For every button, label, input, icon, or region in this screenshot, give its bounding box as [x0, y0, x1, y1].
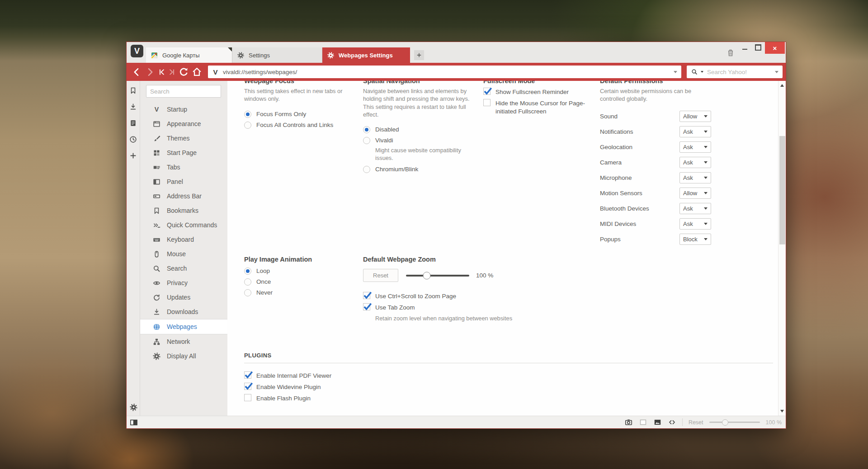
toggle-images-button[interactable]	[653, 418, 662, 427]
sidebar-item-startup[interactable]: V Startup	[140, 102, 227, 117]
radio-option-focus-forms-only[interactable]: Focus Forms Only	[244, 109, 355, 120]
zoom-slider-handle[interactable]	[423, 272, 431, 279]
sidebar-item-display-all[interactable]: Display All	[140, 349, 227, 363]
rewind-button[interactable]	[157, 66, 166, 78]
sidebar-item-privacy[interactable]: Privacy	[140, 276, 227, 290]
fast-forward-button[interactable]	[168, 66, 176, 78]
search-engine-caret-icon[interactable]	[701, 71, 703, 73]
checkbox-use-tab-zoom[interactable]: Use Tab Zoom	[363, 303, 589, 314]
zoom-reset-button[interactable]: Reset	[363, 269, 398, 282]
camera-select[interactable]: Ask	[679, 157, 711, 168]
url-field[interactable]: V vivaldi://settings/webpages/	[208, 66, 681, 78]
sidebar-item-quick-commands[interactable]: Quick Commands	[140, 218, 227, 232]
sidebar-item-bookmarks[interactable]: Bookmarks	[140, 203, 227, 218]
radio-button-icon[interactable]	[244, 111, 251, 118]
new-tab-button[interactable]	[414, 50, 424, 60]
checkbox-icon[interactable]	[244, 383, 251, 390]
history-clock-icon[interactable]	[129, 135, 137, 144]
reload-button[interactable]	[178, 66, 189, 78]
tab-settings[interactable]: Settings	[232, 47, 322, 63]
microphone-select[interactable]: Ask	[679, 172, 711, 183]
close-button[interactable]: ×	[765, 42, 785, 54]
search-field[interactable]: Search Yahoo!	[687, 66, 783, 78]
forward-button[interactable]	[144, 66, 156, 78]
checkbox-hide-the-mouse-cursor-for-page-initiated-fullscreen[interactable]: Hide the Mouse Cursor for Page-initiated…	[483, 98, 596, 115]
checkbox-show-fullscreen-reminder[interactable]: Show Fullscreen Reminder	[483, 87, 596, 98]
checkbox-icon[interactable]	[363, 303, 370, 310]
status-zoom-slider[interactable]	[709, 422, 760, 423]
tile-tabs-button[interactable]	[639, 418, 647, 427]
url-dropdown-caret-icon[interactable]	[674, 71, 677, 73]
sidebar-item-search[interactable]: Search	[140, 261, 227, 276]
radio-option-vivaldi[interactable]: Vivaldi	[363, 135, 477, 146]
sidebar-item-updates[interactable]: Updates	[140, 290, 227, 305]
gear-icon[interactable]	[129, 403, 138, 412]
sound-select[interactable]: Allow	[679, 111, 711, 122]
scrollbar-thumb[interactable]	[779, 136, 785, 244]
checkbox-icon[interactable]	[244, 394, 251, 401]
plus-icon[interactable]	[129, 151, 137, 160]
closed-tabs-trash-button[interactable]	[726, 47, 736, 57]
checkbox-icon[interactable]	[483, 88, 491, 95]
url-text[interactable]: vivaldi://settings/webpages/	[223, 69, 670, 75]
tab-google[interactable]: Google Карты	[146, 47, 232, 63]
radio-option-disabled[interactable]: Disabled	[363, 124, 477, 135]
tab-webpages-settings[interactable]: Webpages Settings	[322, 47, 410, 63]
notifications-select[interactable]: Ask	[679, 126, 711, 137]
sidebar-item-mouse[interactable]: Mouse	[140, 247, 227, 261]
checkbox-enable-widevine-plugin[interactable]: Enable Widevine Plugin	[244, 382, 773, 394]
midi-devices-select[interactable]: Ask	[679, 218, 711, 230]
download-icon[interactable]	[129, 103, 137, 111]
sidebar-item-start-page[interactable]: Start Page	[140, 145, 227, 160]
radio-button-icon[interactable]	[244, 289, 251, 296]
content-scrollbar[interactable]	[778, 81, 786, 416]
sidebar-item-keyboard[interactable]: Keyboard	[140, 232, 227, 247]
sidebar-item-panel[interactable]: Panel	[140, 174, 227, 189]
radio-option-focus-all-controls-and-links[interactable]: Focus All Controls and Links	[244, 120, 355, 131]
checkbox-icon[interactable]	[244, 371, 251, 379]
radio-option-loop[interactable]: Loop	[244, 266, 353, 277]
radio-button-icon[interactable]	[244, 122, 251, 129]
status-zoom-reset-label[interactable]: Reset	[689, 419, 703, 426]
checkbox-icon[interactable]	[363, 292, 370, 299]
sidebar-item-address-bar[interactable]: Address Bar	[140, 189, 227, 203]
checkbox-icon[interactable]	[483, 99, 491, 106]
home-button[interactable]	[191, 66, 203, 78]
checkbox-enable-internal-pdf-viewer[interactable]: Enable Internal PDF Viewer	[244, 371, 773, 382]
page-actions-button[interactable]	[668, 418, 676, 427]
radio-option-never[interactable]: Never	[244, 287, 353, 298]
panel-toggle-button[interactable]	[129, 418, 138, 427]
status-zoom-slider-handle[interactable]	[722, 419, 728, 426]
capture-page-button[interactable]	[624, 418, 633, 427]
bookmark-icon[interactable]	[129, 86, 137, 95]
search-placeholder[interactable]: Search Yahoo!	[707, 69, 772, 75]
radio-button-icon[interactable]	[244, 267, 251, 275]
radio-option-once[interactable]: Once	[244, 277, 353, 287]
geolocation-select[interactable]: Ask	[679, 141, 711, 153]
checkbox-enable-flash-plugin[interactable]: Enable Flash Plugin	[244, 394, 773, 405]
back-button[interactable]	[131, 66, 142, 78]
sidebar-item-appearance[interactable]: Appearance	[140, 117, 227, 131]
minimize-button[interactable]	[738, 42, 751, 53]
maximize-button[interactable]	[751, 42, 765, 53]
vivaldi-menu-button[interactable]: V	[131, 45, 143, 57]
radio-button-icon[interactable]	[244, 278, 251, 286]
notes-icon[interactable]	[129, 119, 137, 127]
sidebar-item-webpages[interactable]: Webpages	[140, 319, 227, 334]
radio-button-icon[interactable]	[363, 126, 370, 133]
sidebar-item-themes[interactable]: Themes	[140, 131, 227, 145]
zoom-slider[interactable]	[406, 275, 469, 277]
search-dropdown-caret-icon[interactable]	[775, 71, 778, 73]
sidebar-item-tabs[interactable]: Tabs	[140, 160, 227, 174]
radio-button-icon[interactable]	[363, 137, 370, 144]
bluetooth-devices-select[interactable]: Ask	[679, 203, 711, 214]
checkbox-use-ctrl-scroll-to-zoom-page[interactable]: Use Ctrl+Scroll to Zoom Page	[363, 291, 589, 303]
radio-button-icon[interactable]	[363, 166, 370, 173]
settings-search-input[interactable]	[146, 85, 221, 98]
popups-select[interactable]: Block	[679, 234, 711, 245]
motion-sensors-select[interactable]: Allow	[679, 188, 711, 199]
scroll-down-arrow-icon[interactable]	[780, 410, 784, 413]
sidebar-item-network[interactable]: Network	[140, 334, 227, 349]
sidebar-item-downloads[interactable]: Downloads	[140, 305, 227, 319]
radio-option-chromium-blink[interactable]: Chromium/Blink	[363, 164, 477, 175]
